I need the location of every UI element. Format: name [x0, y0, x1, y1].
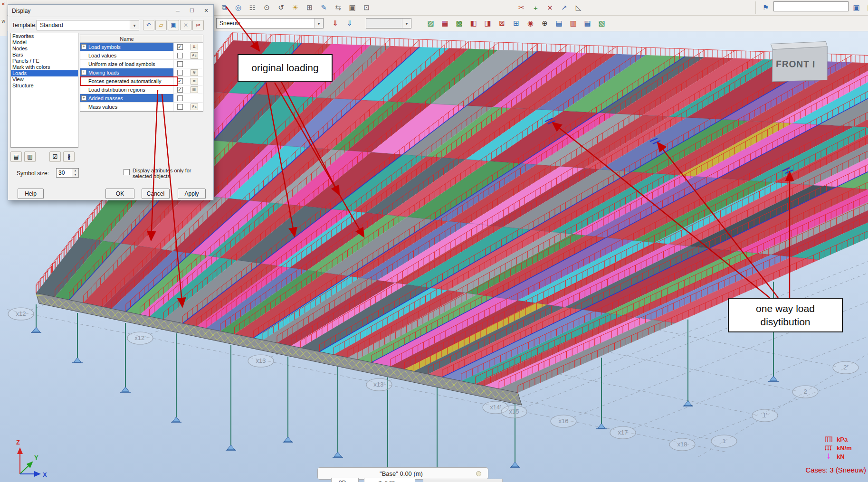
selection-icon[interactable]: ▣: [346, 1, 359, 14]
edit-icon[interactable]: ✎: [317, 1, 330, 14]
table-row-load-values[interactable]: Load values✗s: [80, 51, 203, 60]
pan-icon[interactable]: ⇆: [332, 1, 344, 14]
surface-load-icon[interactable]: ◧: [467, 17, 480, 29]
load-table-icon[interactable]: ⊞: [510, 17, 523, 29]
panel-load-icon[interactable]: ▨: [424, 17, 437, 29]
bar-load-icon[interactable]: ▦: [439, 17, 451, 29]
grid-icon[interactable]: ⊞: [303, 1, 316, 14]
tree-item-mark-with-colors[interactable]: Mark with colors: [11, 64, 78, 70]
render-icon[interactable]: ☀: [289, 1, 302, 14]
spinner-down-icon[interactable]: ▼: [72, 173, 78, 177]
load-subcase-selector[interactable]: [366, 18, 411, 28]
spinner-up-icon[interactable]: ▲: [72, 169, 78, 173]
tree-item-nodes[interactable]: Nodes: [11, 46, 78, 52]
tree-item-view[interactable]: View: [11, 76, 78, 83]
wind-load-icon[interactable]: ▧: [595, 17, 608, 29]
table-row-uniform-size-of-load-symbols[interactable]: Uniform size of load symbols: [80, 60, 203, 68]
dialog-titlebar[interactable]: Display ─ ☐ ✕: [8, 5, 213, 17]
row-checkbox[interactable]: [177, 70, 183, 76]
list-view-button[interactable]: ▤: [10, 151, 22, 162]
template-undo-icon[interactable]: ↶: [143, 20, 154, 30]
node-load-icon[interactable]: ▩: [453, 17, 466, 29]
template-save-icon[interactable]: ▣: [168, 20, 179, 30]
row-checkbox[interactable]: [177, 95, 183, 101]
row-option-icon[interactable]: ≋: [191, 69, 198, 76]
template-new-icon[interactable]: ✂: [192, 20, 204, 30]
uncheck-all-button[interactable]: ∦: [63, 151, 75, 162]
table-row-mass-values[interactable]: Mass values✗s: [80, 103, 203, 111]
extend-bar-icon[interactable]: ↗: [558, 1, 571, 14]
row-checkbox[interactable]: [177, 53, 183, 58]
delete-node-icon[interactable]: ⨯: [544, 1, 556, 14]
symbol-size-input[interactable]: [57, 169, 72, 177]
tree-item-loads[interactable]: Loads: [11, 70, 78, 76]
combinations-icon[interactable]: ▤: [553, 17, 565, 29]
tool-w-icon[interactable]: w: [1, 19, 5, 24]
divide-icon[interactable]: ◺: [572, 1, 585, 14]
bookmark-icon[interactable]: ⚑: [759, 1, 772, 14]
tree-item-panels-fe[interactable]: Panels / FE: [11, 58, 78, 64]
layers-icon[interactable]: ☷: [246, 1, 259, 14]
row-checkbox[interactable]: [177, 104, 183, 110]
row-checkbox[interactable]: [177, 61, 183, 67]
table-row-forces-generated-automatically[interactable]: Forces generated automatically✓≣: [80, 77, 203, 85]
row-checkbox[interactable]: ✓: [177, 87, 183, 93]
cut-bars-icon[interactable]: ✂: [515, 1, 528, 14]
load-case-selector[interactable]: Sneeuw: [216, 18, 324, 28]
row-option-icon[interactable]: ✗s: [191, 104, 198, 110]
attributes-only-checkbox[interactable]: [124, 169, 130, 175]
template-selector[interactable]: Standard: [37, 20, 139, 30]
panel-toggle-icon[interactable]: ◫: [864, 1, 868, 14]
check-all-button[interactable]: ☑: [49, 151, 61, 162]
case-table-icon[interactable]: ▥: [567, 17, 580, 29]
delete-load-icon[interactable]: ⊠: [496, 17, 508, 29]
row-option-icon[interactable]: ▦: [191, 86, 198, 93]
display-dialog: Display ─ ☐ ✕ Template: Standard ↶▱▣✕✂ F…: [8, 4, 214, 200]
row-option-icon[interactable]: ≣: [191, 78, 198, 85]
expander-icon[interactable]: +: [81, 95, 86, 101]
template-open-icon[interactable]: ▱: [155, 20, 167, 30]
add-node-icon[interactable]: +: [529, 1, 542, 14]
maximize-icon[interactable]: ☐: [185, 5, 199, 17]
close-panel-icon[interactable]: ✕: [1, 2, 5, 7]
view-mode-selector[interactable]: 3D: [331, 478, 359, 482]
expander-icon[interactable]: +: [81, 44, 86, 49]
table-row-load-symbols[interactable]: +Load symbols✓⇊: [80, 43, 203, 51]
apply-button[interactable]: Apply: [178, 189, 206, 199]
template-delete-icon[interactable]: ✕: [180, 20, 191, 30]
support-icon: [172, 417, 180, 422]
table-row-added-masses[interactable]: +Added masses: [80, 94, 203, 103]
cancel-button[interactable]: Cancel: [142, 189, 170, 199]
zoom-icon[interactable]: ⊙: [260, 1, 273, 14]
view-manager-icon[interactable]: ⧉: [218, 1, 230, 14]
symbol-size-spinner[interactable]: ▲▼: [72, 169, 78, 177]
tree-item-model[interactable]: Model: [11, 39, 78, 46]
rotate-view-icon[interactable]: ↺: [275, 1, 287, 14]
detail-view-button[interactable]: ▥: [24, 151, 36, 162]
minimize-icon[interactable]: ─: [171, 5, 185, 17]
world-view-icon[interactable]: ◎: [232, 1, 245, 14]
ok-button[interactable]: OK: [105, 189, 134, 199]
case-params-icon[interactable]: ⇓: [343, 17, 356, 29]
center-icon[interactable]: ⊕: [538, 17, 551, 29]
row-checkbox[interactable]: ✓: [177, 44, 183, 50]
help-button[interactable]: Help: [18, 189, 44, 199]
row-option-icon[interactable]: ✗s: [191, 52, 198, 59]
tree-item-structure[interactable]: Structure: [11, 83, 78, 89]
row-option-icon[interactable]: ⇊: [191, 44, 198, 50]
moving-load-icon[interactable]: ◨: [481, 17, 494, 29]
tree-item-bars[interactable]: Bars: [11, 52, 78, 58]
self-weight-icon[interactable]: ◉: [524, 17, 537, 29]
close-icon[interactable]: ✕: [199, 5, 213, 17]
table-row-moving-loads[interactable]: +Moving loads≋: [80, 68, 203, 77]
inspector-icon[interactable]: ▣: [850, 1, 863, 14]
snow-load-icon[interactable]: ▦: [581, 17, 594, 29]
toolbar-search-input[interactable]: [773, 1, 849, 11]
case-list-icon[interactable]: ⇓: [329, 17, 342, 29]
horizontal-scrollbar[interactable]: [423, 479, 503, 482]
table-row-load-distribution-regions[interactable]: Load distribution regions✓▦: [80, 85, 203, 94]
print-preview-icon[interactable]: ⊡: [360, 1, 373, 14]
expander-icon[interactable]: +: [81, 70, 86, 75]
tree-item-favorites[interactable]: Favorites: [11, 33, 78, 39]
row-checkbox[interactable]: ✓: [177, 78, 183, 84]
